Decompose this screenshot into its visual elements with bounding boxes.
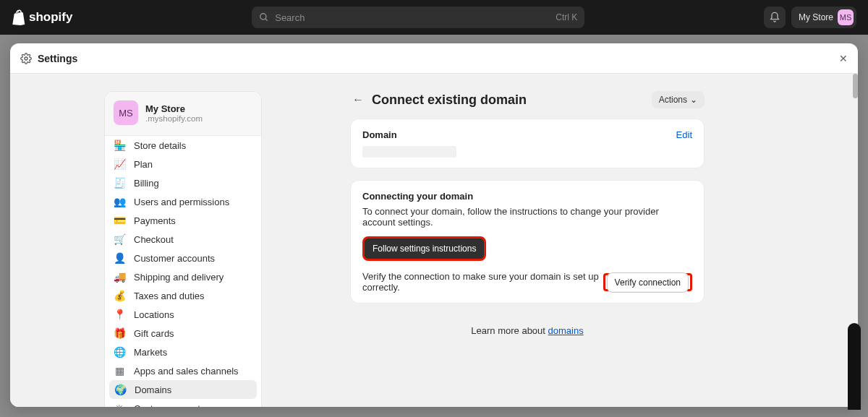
nav-taxes[interactable]: 💰Taxes and duties [105, 286, 261, 305]
domain-label: Domain [362, 129, 397, 140]
shopify-bag-icon [12, 9, 26, 25]
chevron-down-icon: ⌄ [690, 95, 697, 105]
nav-gift-cards[interactable]: 🎁Gift cards [105, 324, 261, 343]
search-input[interactable]: Search Ctrl K [252, 7, 584, 28]
nav-markets[interactable]: 🌐Markets [105, 343, 261, 361]
gift-icon: 🎁 [114, 327, 125, 339]
nav-customer-events[interactable]: ✳Customer events [105, 399, 261, 407]
store-name: My Store [145, 103, 203, 114]
connecting-title: Connecting your domain [362, 191, 692, 202]
scrollbar-thumb[interactable] [853, 74, 858, 98]
nav-checkout[interactable]: 🛒Checkout [105, 230, 261, 249]
nav-label: Locations [134, 309, 174, 320]
store-label: My Store [799, 12, 833, 22]
svg-point-0 [260, 14, 266, 20]
nav-label: Customer accounts [134, 253, 215, 264]
nav-label: Payments [134, 215, 176, 226]
close-button[interactable]: ✕ [839, 53, 848, 64]
actions-dropdown[interactable]: Actions ⌄ [652, 91, 705, 108]
back-button[interactable]: ← [350, 92, 366, 108]
top-avatar: MS [838, 9, 854, 25]
nav-billing[interactable]: 🧾Billing [105, 173, 261, 192]
settings-nav: 🏪Store details 📈Plan 🧾Billing 👥Users and… [105, 135, 261, 407]
settings-sidebar: MS My Store .myshopify.com 🏪Store detail… [104, 91, 262, 407]
search-shortcut: Ctrl K [556, 12, 577, 22]
receipt-icon: 🧾 [114, 177, 125, 189]
nav-plan[interactable]: 📈Plan [105, 155, 261, 173]
card-icon: 💳 [114, 215, 125, 226]
nav-label: Taxes and duties [134, 291, 205, 301]
learn-more: Learn more about domains [350, 325, 705, 336]
nav-domains[interactable]: 🌍Domains [109, 380, 257, 399]
person-icon: 👤 [114, 252, 125, 264]
actions-label: Actions [659, 95, 687, 105]
notifications-button[interactable] [764, 7, 786, 28]
nav-label: Store details [134, 140, 186, 151]
users-icon: 👥 [114, 196, 125, 207]
nav-label: Apps and sales channels [134, 366, 239, 377]
connecting-card: Connecting your domain To connect your d… [350, 180, 705, 304]
top-bar: shopify Search Ctrl K My Store MS [0, 0, 868, 35]
nav-label: Checkout [134, 234, 174, 245]
cart-icon: 🛒 [114, 233, 125, 245]
verify-highlight: Verify connection [603, 273, 692, 291]
domain-value-redacted [362, 146, 456, 158]
domains-link[interactable]: domains [548, 325, 584, 336]
chart-icon: 📈 [114, 158, 125, 170]
nav-label: Customer events [134, 403, 205, 408]
spark-icon: ✳ [114, 403, 125, 407]
nav-payments[interactable]: 💳Payments [105, 211, 261, 230]
brand-text: shopify [29, 10, 72, 25]
help-bubble[interactable] [848, 323, 861, 410]
nav-store-details[interactable]: 🏪Store details [105, 136, 261, 155]
svg-line-1 [265, 19, 268, 21]
store-avatar: MS [114, 100, 138, 125]
gear-icon [20, 53, 32, 64]
search-icon [259, 12, 269, 22]
modal-body: MS My Store .myshopify.com 🏪Store detail… [10, 74, 858, 407]
follow-instructions-button[interactable]: Follow settings instructions [362, 236, 486, 261]
bell-icon [769, 12, 780, 23]
nav-label: Shipping and delivery [134, 272, 224, 283]
modal-title: Settings [38, 53, 77, 64]
globe-icon: 🌐 [114, 346, 125, 358]
truck-icon: 🚚 [114, 271, 125, 283]
nav-apps[interactable]: ▦Apps and sales channels [105, 361, 261, 380]
nav-label: Domains [135, 384, 171, 395]
store-menu[interactable]: My Store MS [791, 7, 856, 28]
modal-header: Settings ✕ [10, 43, 858, 74]
pin-icon: 📍 [114, 309, 125, 320]
settings-modal: Settings ✕ MS My Store .myshopify.com 🏪S… [10, 43, 858, 407]
edit-link[interactable]: Edit [676, 129, 692, 140]
search-placeholder: Search [275, 12, 556, 23]
page-content: ← Connect existing domain Actions ⌄ Doma… [350, 91, 705, 336]
store-icon: 🏪 [114, 139, 125, 151]
domain-icon: 🌍 [114, 384, 126, 395]
nav-shipping[interactable]: 🚚Shipping and delivery [105, 267, 261, 286]
nav-label: Plan [134, 159, 153, 170]
page-title: Connect existing domain [372, 93, 652, 108]
nav-label: Gift cards [134, 328, 174, 339]
shopify-logo: shopify [12, 9, 72, 25]
verify-desc: Verify the connection to make sure your … [362, 271, 603, 293]
domain-card: Domain Edit [350, 119, 705, 168]
money-icon: 💰 [114, 290, 125, 301]
nav-label: Users and permissions [134, 197, 229, 207]
store-url: .myshopify.com [145, 114, 203, 123]
nav-users[interactable]: 👥Users and permissions [105, 192, 261, 211]
store-block[interactable]: MS My Store .myshopify.com [105, 92, 261, 135]
svg-point-2 [25, 57, 27, 60]
nav-label: Billing [134, 178, 159, 189]
connecting-desc: To connect your domain, follow the instr… [362, 206, 692, 228]
verify-connection-button[interactable]: Verify connection [607, 272, 689, 293]
grid-icon: ▦ [114, 365, 125, 377]
nav-label: Markets [134, 347, 167, 358]
learn-prefix: Learn more about [471, 325, 548, 336]
nav-customer-accounts[interactable]: 👤Customer accounts [105, 249, 261, 267]
nav-locations[interactable]: 📍Locations [105, 305, 261, 324]
